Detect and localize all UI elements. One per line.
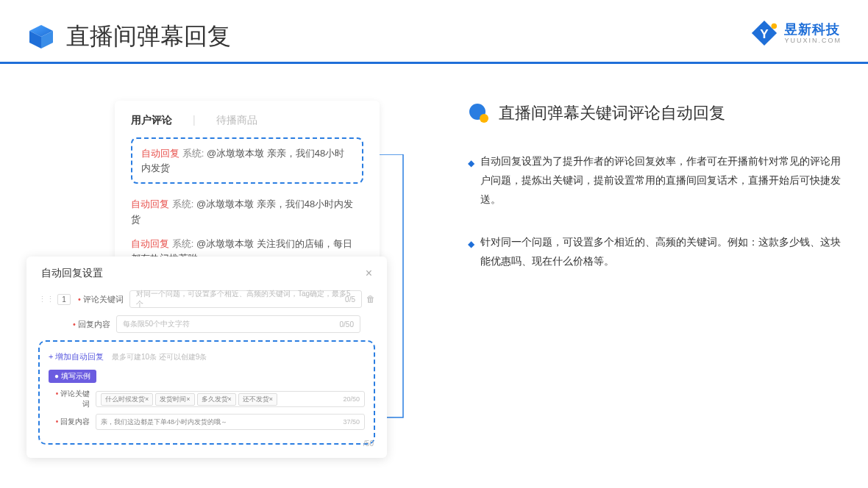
svg-point-7 (480, 114, 488, 123)
brand-block: Y 昱新科技 YUUXIN.COM (750, 19, 842, 47)
tab-pending-products[interactable]: 待播商品 (216, 114, 257, 127)
keyword-input[interactable]: 对同一个问题，可设置多个相近、高频的关键词，Tag确定，最多5个 0/5 (129, 290, 362, 308)
diamond-icon: ◆ (468, 236, 474, 271)
example-badge: ● 填写示例 (49, 370, 96, 383)
bullet-point: ◆ 自动回复设置为了提升作者的评论回复效率，作者可在开播前针对常见的评论用户问题… (468, 152, 842, 209)
system-tag: 系统: (182, 148, 204, 159)
trash-icon[interactable]: 🗑 (366, 294, 375, 304)
autoreply-tag: 自动回复 (141, 148, 179, 159)
left-column: 用户评论 | 待播商品 自动回复 系统: @冰墩墩本墩 亲亲，我们48小时内发货… (26, 101, 409, 294)
row-number: 1 (57, 294, 71, 305)
bottom-count: /50 (363, 439, 374, 448)
main-content: 用户评论 | 待播商品 自动回复 系统: @冰墩墩本墩 亲亲，我们48小时内发货… (0, 64, 868, 294)
add-hint: 最多可建10条 还可以创建9条 (112, 353, 207, 361)
example-content-input[interactable]: 亲，我们这边都是下单48小时内发货的哦～ 37/50 (96, 414, 365, 430)
autoreply-settings-modal: 自动回复设置 × ⋮⋮ 1 评论关键词 对同一个问题，可设置多个相近、高频的关键… (26, 256, 387, 458)
close-icon[interactable]: × (366, 267, 372, 280)
example-highlighted: + 增加自动回复 最多可建10条 还可以创建9条 ● 填写示例 评论关键词 什么… (38, 340, 375, 445)
comment-item: 自动回复 系统: @冰墩墩本墩 亲亲，我们48小时内发货 (131, 193, 363, 232)
content-input[interactable]: 每条限50个中文字符 0/50 (116, 315, 360, 333)
bullet-point: ◆ 针对同一个问题，可设置多个相近的、高频的关键词。例如：这款多少钱、这块能优惠… (468, 233, 842, 271)
svg-text:Y: Y (761, 27, 769, 41)
example-keyword-row: 评论关键词 什么时候发货× 发货时间× 多久发货× 还不发货× 20/50 (49, 389, 365, 409)
diamond-icon: ◆ (468, 155, 474, 209)
brand-name: 昱新科技 (784, 23, 842, 36)
brand-logo-icon: Y (750, 19, 778, 47)
brand-sub: YUUXIN.COM (784, 37, 842, 44)
comment-tabs: 用户评论 | 待播商品 (131, 114, 363, 127)
section-title: 直播间弹幕关键词评论自动回复 (468, 102, 842, 124)
keyword-label: 评论关键词 (77, 294, 124, 305)
comment-highlighted: 自动回复 系统: @冰墩墩本墩 亲亲，我们48小时内发货 (131, 137, 363, 184)
content-row: 回复内容 每条限50个中文字符 0/50 (38, 315, 375, 333)
cube-icon (26, 22, 56, 51)
content-label: 回复内容 (63, 319, 110, 330)
example-content-row: 回复内容 亲，我们这边都是下单48小时内发货的哦～ 37/50 (49, 414, 365, 430)
add-autoreply-link[interactable]: + 增加自动回复 (49, 351, 104, 362)
page-header: 直播间弹幕回复 Y 昱新科技 YUUXIN.COM (0, 0, 868, 64)
keyword-row: ⋮⋮ 1 评论关键词 对同一个问题，可设置多个相近、高频的关键词，Tag确定，最… (38, 290, 375, 308)
modal-title: 自动回复设置 (41, 267, 103, 280)
svg-point-5 (772, 24, 778, 29)
tab-user-comments[interactable]: 用户评论 (131, 114, 172, 127)
chat-bubble-icon (468, 102, 490, 124)
right-column: 直播间弹幕关键词评论自动回复 ◆ 自动回复设置为了提升作者的评论回复效率，作者可… (409, 101, 842, 294)
page-title: 直播间弹幕回复 (66, 21, 231, 53)
example-keyword-input[interactable]: 什么时候发货× 发货时间× 多久发货× 还不发货× 20/50 (96, 391, 365, 407)
